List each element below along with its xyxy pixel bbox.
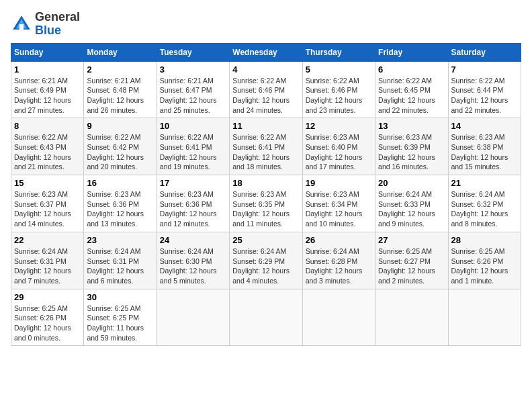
- day-content: Sunrise: 6:23 AM Sunset: 6:38 PM Dayligh…: [451, 132, 518, 172]
- calendar-week-row: 1 Sunrise: 6:21 AM Sunset: 6:49 PM Dayli…: [11, 61, 521, 118]
- sunrise-label: Sunrise: 6:24 AM: [14, 247, 68, 255]
- sunrise-label: Sunrise: 6:23 AM: [306, 133, 359, 141]
- calendar-day-header: Wednesday: [230, 43, 302, 61]
- sunset-label: Sunset: 6:37 PM: [14, 200, 66, 208]
- sunrise-label: Sunrise: 6:22 AM: [306, 77, 359, 85]
- day-content: Sunrise: 6:22 AM Sunset: 6:42 PM Dayligh…: [87, 132, 153, 172]
- day-number: 14: [451, 121, 518, 131]
- daylight-label: Daylight: 12 hours and 6 minutes.: [87, 267, 144, 285]
- day-content: Sunrise: 6:24 AM Sunset: 6:31 PM Dayligh…: [14, 246, 81, 286]
- sunset-label: Sunset: 6:31 PM: [87, 257, 139, 265]
- daylight-label: Daylight: 12 hours and 4 minutes.: [232, 267, 290, 285]
- calendar-day-cell: 10 Sunrise: 6:22 AM Sunset: 6:41 PM Dayl…: [157, 118, 229, 175]
- sunset-label: Sunset: 6:47 PM: [160, 86, 212, 94]
- day-number: 21: [451, 178, 518, 188]
- calendar-day-cell: 27 Sunrise: 6:25 AM Sunset: 6:27 PM Dayl…: [375, 232, 448, 289]
- calendar-day-cell: 14 Sunrise: 6:23 AM Sunset: 6:38 PM Dayl…: [448, 118, 521, 175]
- day-number: 11: [232, 121, 299, 131]
- calendar-week-row: 15 Sunrise: 6:23 AM Sunset: 6:37 PM Dayl…: [11, 175, 521, 232]
- day-number: 17: [160, 178, 226, 188]
- day-content: Sunrise: 6:21 AM Sunset: 6:47 PM Dayligh…: [160, 76, 226, 116]
- sunrise-label: Sunrise: 6:22 AM: [160, 133, 214, 141]
- day-content: Sunrise: 6:23 AM Sunset: 6:34 PM Dayligh…: [306, 189, 372, 229]
- calendar-day-cell: 8 Sunrise: 6:22 AM Sunset: 6:43 PM Dayli…: [11, 118, 84, 175]
- calendar-day-header: Tuesday: [157, 43, 229, 61]
- svg-rect-2: [19, 24, 24, 30]
- day-number: 25: [232, 235, 299, 245]
- daylight-label: Daylight: 12 hours and 5 minutes.: [160, 267, 217, 285]
- sunset-label: Sunset: 6:38 PM: [451, 143, 504, 151]
- sunrise-label: Sunrise: 6:21 AM: [160, 77, 214, 85]
- calendar-day-cell: [375, 289, 448, 346]
- day-number: 10: [160, 121, 226, 131]
- calendar-day-cell: 28 Sunrise: 6:25 AM Sunset: 6:26 PM Dayl…: [448, 232, 521, 289]
- calendar-day-cell: 6 Sunrise: 6:22 AM Sunset: 6:45 PM Dayli…: [375, 61, 448, 118]
- day-number: 2: [87, 64, 153, 75]
- daylight-label: Daylight: 12 hours and 9 minutes.: [378, 210, 435, 228]
- calendar-week-row: 8 Sunrise: 6:22 AM Sunset: 6:43 PM Dayli…: [11, 118, 521, 175]
- daylight-label: Daylight: 12 hours and 27 minutes.: [14, 96, 71, 114]
- day-number: 19: [306, 178, 372, 188]
- sunrise-label: Sunrise: 6:22 AM: [14, 133, 68, 141]
- day-number: 29: [14, 292, 81, 302]
- calendar-day-header: Monday: [84, 43, 157, 61]
- calendar-day-cell: 18 Sunrise: 6:23 AM Sunset: 6:35 PM Dayl…: [230, 175, 302, 232]
- sunset-label: Sunset: 6:49 PM: [14, 86, 66, 94]
- day-content: Sunrise: 6:22 AM Sunset: 6:46 PM Dayligh…: [232, 76, 299, 116]
- day-content: Sunrise: 6:25 AM Sunset: 6:25 PM Dayligh…: [87, 304, 153, 343]
- calendar-day-cell: 16 Sunrise: 6:23 AM Sunset: 6:36 PM Dayl…: [84, 175, 157, 232]
- day-number: 7: [451, 64, 518, 75]
- sunrise-label: Sunrise: 6:24 AM: [378, 190, 432, 198]
- calendar-day-header: Friday: [375, 43, 448, 61]
- sunset-label: Sunset: 6:36 PM: [160, 200, 212, 208]
- day-content: Sunrise: 6:22 AM Sunset: 6:43 PM Dayligh…: [14, 132, 81, 172]
- logo: General Blue: [11, 11, 80, 38]
- daylight-label: Daylight: 12 hours and 16 minutes.: [378, 153, 435, 171]
- day-content: Sunrise: 6:23 AM Sunset: 6:39 PM Dayligh…: [378, 132, 445, 172]
- day-content: Sunrise: 6:24 AM Sunset: 6:32 PM Dayligh…: [451, 189, 518, 229]
- daylight-label: Daylight: 12 hours and 25 minutes.: [160, 96, 217, 114]
- sunset-label: Sunset: 6:26 PM: [14, 314, 66, 322]
- sunrise-label: Sunrise: 6:25 AM: [378, 247, 432, 255]
- sunset-label: Sunset: 6:41 PM: [232, 143, 285, 151]
- daylight-label: Daylight: 12 hours and 1 minute.: [451, 267, 508, 285]
- day-content: Sunrise: 6:23 AM Sunset: 6:37 PM Dayligh…: [14, 189, 81, 229]
- calendar-header-row: SundayMondayTuesdayWednesdayThursdayFrid…: [11, 43, 521, 61]
- day-number: 1: [14, 64, 81, 75]
- sunrise-label: Sunrise: 6:24 AM: [232, 247, 286, 255]
- day-number: 5: [306, 64, 372, 75]
- daylight-label: Daylight: 12 hours and 7 minutes.: [14, 267, 71, 285]
- daylight-label: Daylight: 12 hours and 13 minutes.: [87, 210, 144, 228]
- daylight-label: Daylight: 12 hours and 10 minutes.: [306, 210, 363, 228]
- sunrise-label: Sunrise: 6:23 AM: [378, 133, 432, 141]
- day-number: 4: [232, 64, 299, 75]
- calendar-day-cell: 21 Sunrise: 6:24 AM Sunset: 6:32 PM Dayl…: [448, 175, 521, 232]
- day-content: Sunrise: 6:25 AM Sunset: 6:26 PM Dayligh…: [451, 246, 518, 286]
- calendar-day-cell: 17 Sunrise: 6:23 AM Sunset: 6:36 PM Dayl…: [157, 175, 229, 232]
- calendar-day-cell: 26 Sunrise: 6:24 AM Sunset: 6:28 PM Dayl…: [302, 232, 375, 289]
- calendar-day-cell: 3 Sunrise: 6:21 AM Sunset: 6:47 PM Dayli…: [157, 61, 229, 118]
- calendar-day-header: Saturday: [448, 43, 521, 61]
- sunrise-label: Sunrise: 6:21 AM: [87, 77, 140, 85]
- day-number: 28: [451, 235, 518, 245]
- sunset-label: Sunset: 6:28 PM: [306, 257, 358, 265]
- calendar-week-row: 29 Sunrise: 6:25 AM Sunset: 6:26 PM Dayl…: [11, 289, 521, 346]
- sunrise-label: Sunrise: 6:23 AM: [14, 190, 68, 198]
- sunrise-label: Sunrise: 6:25 AM: [87, 304, 140, 312]
- day-content: Sunrise: 6:23 AM Sunset: 6:40 PM Dayligh…: [306, 132, 372, 172]
- daylight-label: Daylight: 12 hours and 17 minutes.: [306, 153, 363, 171]
- calendar-day-cell: 7 Sunrise: 6:22 AM Sunset: 6:44 PM Dayli…: [448, 61, 521, 118]
- calendar-day-cell: 20 Sunrise: 6:24 AM Sunset: 6:33 PM Dayl…: [375, 175, 448, 232]
- day-content: Sunrise: 6:24 AM Sunset: 6:30 PM Dayligh…: [160, 246, 226, 286]
- sunrise-label: Sunrise: 6:22 AM: [232, 133, 286, 141]
- sunrise-label: Sunrise: 6:24 AM: [87, 247, 140, 255]
- calendar-day-cell: 22 Sunrise: 6:24 AM Sunset: 6:31 PM Dayl…: [11, 232, 84, 289]
- calendar-week-row: 22 Sunrise: 6:24 AM Sunset: 6:31 PM Dayl…: [11, 232, 521, 289]
- calendar-day-cell: 1 Sunrise: 6:21 AM Sunset: 6:49 PM Dayli…: [11, 61, 84, 118]
- day-content: Sunrise: 6:25 AM Sunset: 6:27 PM Dayligh…: [378, 246, 445, 286]
- sunset-label: Sunset: 6:48 PM: [87, 86, 139, 94]
- calendar-day-cell: 15 Sunrise: 6:23 AM Sunset: 6:37 PM Dayl…: [11, 175, 84, 232]
- sunset-label: Sunset: 6:32 PM: [451, 200, 504, 208]
- sunset-label: Sunset: 6:33 PM: [378, 200, 431, 208]
- daylight-label: Daylight: 12 hours and 8 minutes.: [451, 210, 508, 228]
